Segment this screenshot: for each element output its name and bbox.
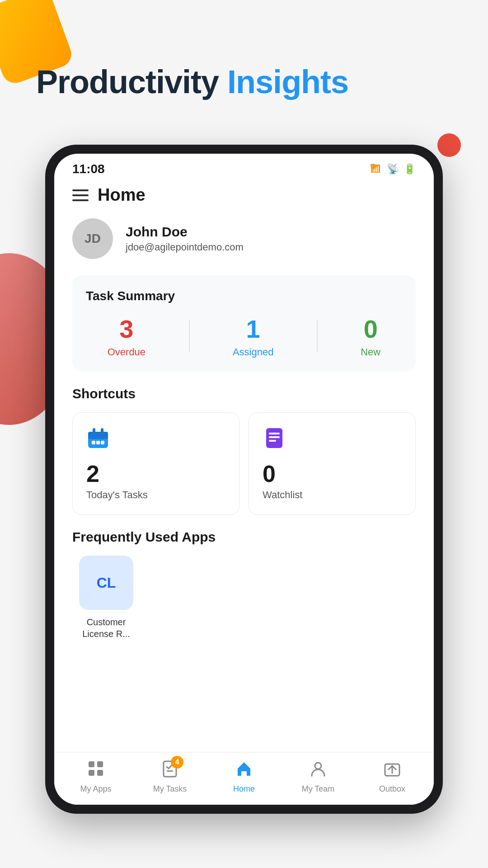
- new-label: New: [361, 346, 380, 358]
- svg-rect-3: [88, 432, 108, 439]
- task-divider-1: [189, 321, 190, 352]
- app-item-customer-license[interactable]: CL CustomerLicense R...: [72, 556, 140, 640]
- hero-title: Productivity Insights: [36, 63, 348, 100]
- new-count: 0: [361, 314, 380, 344]
- app-name-cl: CustomerLicense R...: [82, 616, 130, 640]
- hamburger-menu-button[interactable]: [72, 189, 89, 201]
- profile-name: John Doe: [126, 224, 244, 240]
- bottom-nav: My Apps 4 My Tasks: [54, 752, 434, 805]
- battery-icon: 🔋: [404, 163, 416, 175]
- svg-rect-12: [269, 440, 276, 442]
- svg-rect-6: [92, 441, 95, 444]
- task-summary-grid: 3 Overdue 1 Assigned 0 New: [86, 314, 402, 358]
- svg-rect-18: [167, 770, 173, 772]
- home-icon: [235, 760, 253, 782]
- assigned-stat[interactable]: 1 Assigned: [233, 314, 274, 358]
- todays-tasks-label: Today's Tasks: [86, 489, 225, 501]
- phone-screen: 11:08 📶 📡 🔋 Home: [54, 154, 434, 805]
- svg-rect-15: [89, 770, 94, 776]
- profile-email: jdoe@agilepointdemo.com: [126, 241, 244, 253]
- apps-section-title: Frequently Used Apps: [72, 529, 416, 545]
- svg-rect-11: [269, 436, 280, 438]
- hero-title-accent: Insights: [227, 64, 348, 100]
- tasks-badge: 4: [171, 756, 183, 769]
- app-icon-cl: CL: [79, 556, 133, 610]
- decorative-dot: [437, 133, 461, 157]
- status-icons: 📶 📡 🔋: [370, 163, 416, 175]
- profile-info: John Doe jdoe@agilepointdemo.com: [126, 224, 244, 253]
- watchlist-count: 0: [263, 462, 402, 486]
- nav-label-my-tasks: My Tasks: [153, 784, 187, 794]
- nav-label-my-team: My Team: [302, 784, 335, 794]
- my-apps-icon: [87, 760, 105, 782]
- status-bar: 11:08 📶 📡 🔋: [54, 154, 434, 181]
- svg-rect-8: [101, 441, 104, 444]
- nav-item-my-team[interactable]: My Team: [296, 760, 341, 794]
- svg-rect-4: [93, 428, 95, 434]
- top-bar: Home: [54, 181, 434, 214]
- nav-item-my-apps[interactable]: My Apps: [73, 760, 118, 794]
- main-content: JD John Doe jdoe@agilepointdemo.com Task…: [54, 214, 434, 752]
- shortcuts-title: Shortcuts: [72, 386, 416, 401]
- svg-rect-7: [96, 441, 100, 444]
- nav-label-outbox: Outbox: [379, 784, 405, 794]
- nav-label-my-apps: My Apps: [80, 784, 111, 794]
- shortcut-watchlist[interactable]: 0 Watchlist: [249, 412, 416, 515]
- hero-title-black: Productivity: [36, 64, 219, 100]
- hamburger-line-3: [72, 199, 89, 201]
- svg-point-19: [315, 763, 321, 769]
- wifi-icon: 📶: [370, 163, 382, 175]
- overdue-stat[interactable]: 3 Overdue: [108, 314, 145, 358]
- shortcuts-grid: 2 Today's Tasks 0 Watchlist: [72, 412, 416, 515]
- apps-row: CL CustomerLicense R...: [72, 556, 416, 640]
- svg-rect-5: [101, 428, 103, 434]
- new-stat[interactable]: 0 New: [361, 314, 380, 358]
- outbox-icon: [383, 760, 401, 782]
- my-team-icon: [309, 760, 327, 782]
- svg-rect-14: [97, 761, 103, 767]
- assigned-label: Assigned: [233, 346, 274, 358]
- my-tasks-icon: 4: [161, 760, 179, 782]
- watchlist-label: Watchlist: [263, 489, 402, 501]
- svg-text:📶: 📶: [371, 164, 381, 173]
- nav-item-home[interactable]: Home: [221, 760, 267, 794]
- calendar-icon: [86, 426, 225, 455]
- todays-tasks-count: 2: [86, 462, 225, 486]
- avatar: JD: [72, 218, 113, 259]
- signal-icons: 📡: [387, 163, 399, 175]
- svg-rect-13: [89, 761, 94, 767]
- status-time: 11:08: [72, 162, 105, 176]
- nav-label-home: Home: [233, 784, 255, 794]
- overdue-count: 3: [108, 314, 145, 344]
- frequently-used-apps: Frequently Used Apps CL CustomerLicense …: [72, 529, 416, 640]
- phone-mockup: 11:08 📶 📡 🔋 Home: [45, 145, 443, 814]
- hamburger-line-2: [72, 194, 89, 196]
- task-summary-card: Task Summary 3 Overdue 1 Assigned 0 New: [72, 275, 416, 372]
- hamburger-line-1: [72, 189, 89, 191]
- svg-rect-16: [97, 770, 103, 776]
- task-summary-title: Task Summary: [86, 289, 402, 303]
- profile-section: JD John Doe jdoe@agilepointdemo.com: [72, 218, 416, 259]
- page-title: Home: [98, 185, 145, 205]
- task-divider-2: [317, 321, 318, 352]
- overdue-label: Overdue: [108, 346, 145, 358]
- shortcut-todays-tasks[interactable]: 2 Today's Tasks: [72, 412, 239, 515]
- nav-item-outbox[interactable]: Outbox: [370, 760, 415, 794]
- watchlist-icon: [263, 426, 402, 455]
- svg-rect-10: [269, 433, 280, 434]
- assigned-count: 1: [233, 314, 274, 344]
- nav-item-my-tasks[interactable]: 4 My Tasks: [147, 760, 192, 794]
